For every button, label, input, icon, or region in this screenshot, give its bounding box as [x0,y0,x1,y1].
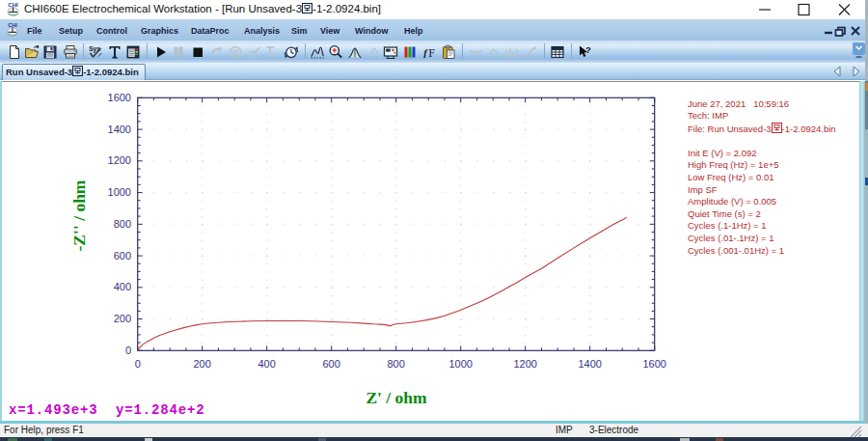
svg-text:F: F [428,46,435,60]
svg-text:CHI: CHI [8,22,17,28]
svg-text:?: ? [585,44,591,55]
svg-text:CHI: CHI [8,2,18,8]
